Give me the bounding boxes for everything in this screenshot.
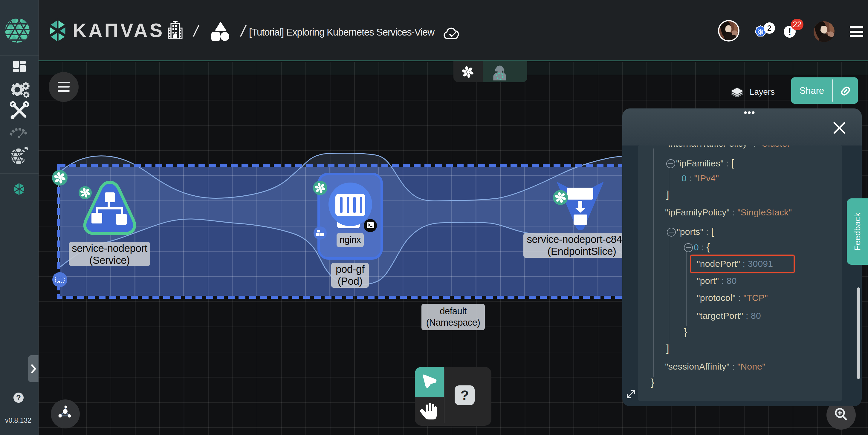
svg-text:[Tutorial] Exploring Kubernete: [Tutorial] Exploring Kubernetes Services… (249, 27, 435, 38)
svg-text:/: / (239, 23, 247, 40)
svg-text:!: ! (788, 26, 791, 37)
svg-text:/: / (192, 23, 200, 40)
svg-text:2: 2 (767, 24, 771, 33)
svg-text:22: 22 (793, 20, 802, 29)
svg-text:KAΠVAS: KAΠVAS (73, 20, 165, 41)
